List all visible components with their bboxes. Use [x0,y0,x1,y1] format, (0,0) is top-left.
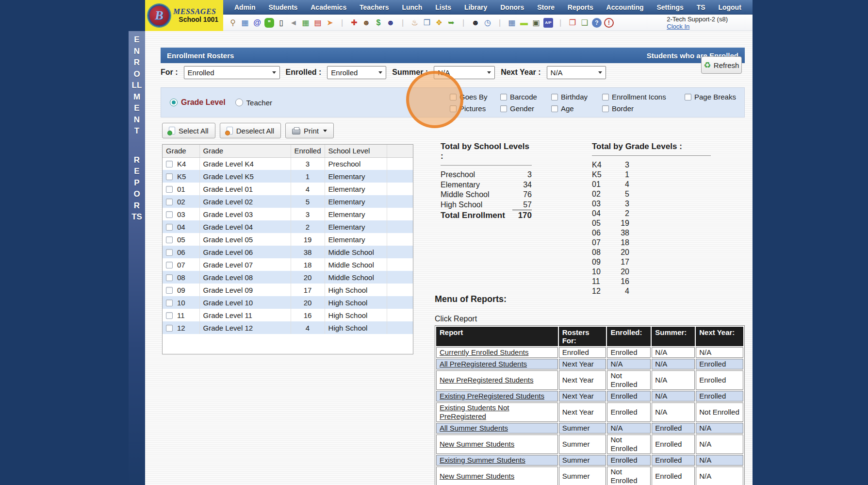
print-check-icon[interactable]: ▣ [531,18,541,28]
toolbar-separator[interactable]: | [495,18,505,28]
row-checkbox[interactable] [166,262,173,268]
nav-item-logout[interactable]: Logout [714,0,745,14]
checkbox-option[interactable]: Pictures [450,104,500,113]
nav-item-settings[interactable]: Settings [653,0,688,14]
row-checkbox[interactable] [166,224,173,231]
for-select[interactable]: Enrolled [184,66,280,79]
nav-item-admin[interactable]: Admin [230,0,260,14]
table-row[interactable]: 12 Grade Level 12 4 High School [163,321,413,334]
nav-item-ts[interactable]: TS [692,0,710,14]
table-row[interactable]: 02 Grade Level 02 5 Elementary [163,195,413,208]
report-link[interactable]: Existing PreRegistered Students [440,392,544,400]
checkbox-option[interactable]: Gender [500,104,551,113]
report-link[interactable]: Existing Students Not PreRegistered [440,403,509,420]
checkbox-option[interactable]: Goes By [450,93,500,101]
checkbox-option[interactable]: Border [602,104,685,113]
nav-item-teachers[interactable]: Teachers [355,0,393,14]
table-row[interactable]: 05 Grade Level 05 19 Elementary [163,233,413,246]
summer-select[interactable]: N/A [434,66,495,79]
checkbox-option[interactable]: Barcode [500,93,551,101]
pdf-icon[interactable]: ❐ [568,18,577,28]
admin-person-icon[interactable]: ☻ [471,18,480,28]
nav-item-students[interactable]: Students [264,0,302,14]
radio-grade-level[interactable]: Grade Level [170,98,226,107]
help-icon[interactable]: ? [592,18,602,28]
row-checkbox[interactable] [166,300,173,306]
row-checkbox[interactable] [166,325,173,332]
print-button[interactable]: Print [285,123,334,138]
refresh-button[interactable]: ♻ Refresh [701,56,742,74]
select-all-button[interactable]: Select All [162,123,215,138]
table-row[interactable]: K4 Grade Level K4 3 Preschool [163,157,413,170]
table-row[interactable]: 01 Grade Level 01 4 Elementary [163,183,413,195]
notebook-icon[interactable]: ❒ [422,18,432,28]
family-icon[interactable]: ☻ [386,18,395,28]
check-card-icon[interactable]: ▬ [519,18,529,28]
toolbar-separator[interactable]: | [459,18,468,28]
calendar-icon[interactable]: ▦ [301,18,311,28]
report-link[interactable]: All Summer Students [440,424,508,432]
row-checkbox[interactable] [166,173,173,180]
row-checkbox[interactable] [166,287,173,294]
table-row[interactable]: 04 Grade Level 04 2 Elementary [163,220,413,233]
row-checkbox[interactable] [166,161,173,167]
table-row[interactable]: 11 Grade Level 11 16 High School [163,309,413,321]
forward-note-icon[interactable]: ➥ [446,18,456,28]
nav-item-academics[interactable]: Academics [306,0,351,14]
row-checkbox[interactable] [166,274,173,281]
row-checkbox[interactable] [166,236,173,243]
row-checkbox[interactable] [166,312,173,319]
calendar-date-icon[interactable]: ▤ [313,18,323,28]
table-row[interactable]: 09 Grade Level 09 17 High School [163,284,413,296]
checkbox-option[interactable]: Page Breaks [685,93,742,101]
nav-item-reports[interactable]: Reports [563,0,598,14]
nav-item-lists[interactable]: Lists [431,0,456,14]
table-row[interactable]: 03 Grade Level 03 3 Elementary [163,208,413,220]
clock-icon[interactable]: ◷ [483,18,492,28]
table-row[interactable]: 08 Grade Level 08 20 Middle School [163,271,413,284]
nav-item-donors[interactable]: Donors [496,0,528,14]
email-icon[interactable]: @ [252,18,262,28]
phone-icon[interactable]: ▯ [277,18,286,28]
report-link[interactable]: New Summer Students [440,472,514,480]
spreadsheet-icon[interactable]: ▦ [507,18,517,28]
megaphone-icon[interactable]: ➤ [325,18,335,28]
deselect-all-button[interactable]: Deselect All [220,123,281,138]
row-checkbox[interactable] [166,199,173,205]
table-row[interactable]: K5 Grade Level K5 1 Elementary [163,170,413,183]
table-row[interactable]: 06 Grade Level 06 38 Middle School [163,246,413,258]
nav-item-library[interactable]: Library [460,0,491,14]
radio-teacher[interactable]: Teacher [235,99,272,107]
row-checkbox[interactable] [166,186,173,193]
lunch-icon[interactable]: ♨ [410,18,420,28]
row-checkbox[interactable] [166,211,173,218]
nav-item-store[interactable]: Store [533,0,559,14]
enrolled-select[interactable]: Enrolled [327,66,386,79]
report-link[interactable]: New PreRegistered Students [440,376,533,384]
ap-icon[interactable]: A/P [543,18,553,28]
row-checkbox[interactable] [166,249,173,256]
alert-icon[interactable]: ! [604,18,614,28]
next-year-select[interactable]: N/A [547,66,606,79]
table-row[interactable]: 10 Grade Level 10 20 High School [163,296,413,309]
money-icon[interactable]: $ [374,18,383,28]
clock-in-link[interactable]: Clock In [667,23,728,30]
checkbox-option[interactable]: Birthday [551,93,602,101]
teacher-icon[interactable]: ☻ [361,18,371,28]
nurse-icon[interactable]: ✚ [349,18,359,28]
bell-icon[interactable]: ❖ [434,18,444,28]
checkbox-option[interactable]: Age [551,104,602,113]
print-money-icon[interactable]: ❑ [580,18,590,28]
report-link[interactable]: New Summer Students [440,440,514,448]
report-link[interactable]: Existing Summer Students [440,456,525,464]
nav-item-accounting[interactable]: Accounting [602,0,648,14]
nav-item-lunch[interactable]: Lunch [397,0,426,14]
calendar-grid-icon[interactable]: ▦ [240,18,250,28]
search-icon[interactable]: ⚲ [228,18,238,28]
chat-icon[interactable]: ❞ [264,18,274,28]
toolbar-separator[interactable]: | [337,18,347,28]
speaker-icon[interactable]: ◄ [289,18,298,28]
toolbar-separator[interactable]: | [398,18,408,28]
checkbox-option[interactable]: Enrollment Icons [602,93,685,101]
report-link[interactable]: Currently Enrolled Students [440,348,528,356]
